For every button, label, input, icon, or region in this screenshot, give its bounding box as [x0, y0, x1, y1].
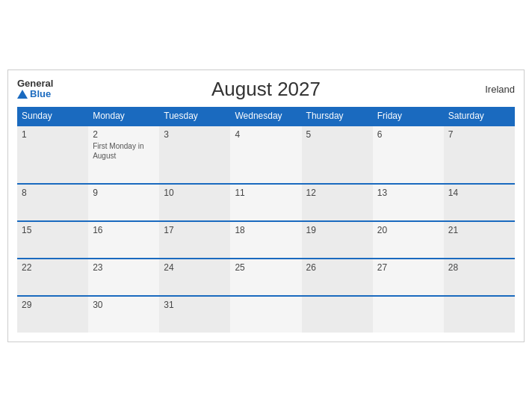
day-cell — [230, 296, 301, 333]
day-cell — [444, 296, 515, 333]
weekday-header-sunday: Sunday — [17, 107, 88, 126]
day-cell: 10 — [159, 184, 230, 221]
logo: General Blue — [17, 78, 53, 100]
day-cell: 9 — [88, 184, 159, 221]
weekday-header-thursday: Thursday — [302, 107, 373, 126]
day-number: 12 — [306, 188, 368, 198]
day-cell: 22 — [17, 259, 88, 296]
day-number: 19 — [306, 225, 368, 235]
day-cell: 16 — [88, 221, 159, 259]
calendar-title: August 2027 — [211, 78, 321, 101]
day-cell: 1 — [17, 126, 88, 184]
day-cell: 13 — [373, 184, 444, 221]
day-cell: 5 — [302, 126, 373, 184]
day-number: 9 — [93, 188, 155, 198]
day-number: 7 — [448, 129, 510, 140]
day-cell: 21 — [444, 221, 515, 259]
day-number: 14 — [448, 188, 510, 198]
day-number: 24 — [164, 262, 226, 273]
day-number: 2 — [93, 129, 155, 140]
day-cell: 17 — [159, 221, 230, 259]
day-cell: 8 — [17, 184, 88, 221]
logo-blue-row: Blue — [17, 89, 51, 99]
day-number: 28 — [448, 262, 510, 273]
day-number: 23 — [93, 262, 155, 273]
day-number: 17 — [164, 225, 226, 235]
day-number: 15 — [22, 225, 84, 235]
day-cell: 27 — [373, 259, 444, 296]
week-row-2: 891011121314 — [17, 184, 515, 221]
day-number: 30 — [93, 300, 155, 310]
week-row-4: 22232425262728 — [17, 259, 515, 296]
day-cell: 7 — [444, 126, 515, 184]
week-row-3: 15161718192021 — [17, 221, 515, 259]
weekday-header-friday: Friday — [373, 107, 444, 126]
day-number: 21 — [448, 225, 510, 235]
holiday-text: First Monday in August — [93, 141, 155, 161]
calendar-table: SundayMondayTuesdayWednesdayThursdayFrid… — [17, 107, 515, 333]
day-number: 29 — [22, 300, 84, 310]
day-cell — [373, 296, 444, 333]
day-cell: 4 — [230, 126, 301, 184]
day-cell: 18 — [230, 221, 301, 259]
day-number: 4 — [235, 129, 297, 140]
day-cell: 24 — [159, 259, 230, 296]
day-number: 13 — [377, 188, 439, 198]
week-row-5: 293031 — [17, 296, 515, 333]
day-number: 22 — [22, 262, 84, 273]
weekday-header-saturday: Saturday — [444, 107, 515, 126]
country-label: Ireland — [485, 84, 515, 95]
day-number: 27 — [377, 262, 439, 273]
day-cell: 12 — [302, 184, 373, 221]
day-cell: 29 — [17, 296, 88, 333]
logo-blue-text: Blue — [30, 89, 51, 99]
day-cell: 11 — [230, 184, 301, 221]
day-cell: 30 — [88, 296, 159, 333]
day-number: 5 — [306, 129, 368, 140]
weekday-header-row: SundayMondayTuesdayWednesdayThursdayFrid… — [17, 107, 515, 126]
day-cell: 14 — [444, 184, 515, 221]
day-number: 3 — [164, 129, 226, 140]
day-cell: 6 — [373, 126, 444, 184]
weekday-header-monday: Monday — [88, 107, 159, 126]
day-number: 26 — [306, 262, 368, 273]
day-cell: 25 — [230, 259, 301, 296]
week-row-1: 12First Monday in August34567 — [17, 126, 515, 184]
day-number: 10 — [164, 188, 226, 198]
day-number: 16 — [93, 225, 155, 235]
day-cell: 26 — [302, 259, 373, 296]
day-cell: 19 — [302, 221, 373, 259]
day-cell: 23 — [88, 259, 159, 296]
day-number: 6 — [377, 129, 439, 140]
weekday-header-wednesday: Wednesday — [230, 107, 301, 126]
day-number: 11 — [235, 188, 297, 198]
day-number: 1 — [22, 129, 84, 140]
day-number: 8 — [22, 188, 84, 198]
day-cell: 2First Monday in August — [88, 126, 159, 184]
day-cell: 31 — [159, 296, 230, 333]
day-cell — [302, 296, 373, 333]
day-cell: 28 — [444, 259, 515, 296]
logo-general-text: General — [17, 78, 53, 89]
day-number: 18 — [235, 225, 297, 235]
day-number: 20 — [377, 225, 439, 235]
calendar-header: General Blue August 2027 Ireland — [17, 78, 515, 101]
calendar-container: General Blue August 2027 Ireland SundayM… — [7, 69, 525, 342]
day-cell: 20 — [373, 221, 444, 259]
logo-triangle-icon — [17, 90, 28, 99]
day-cell: 3 — [159, 126, 230, 184]
day-number: 25 — [235, 262, 297, 273]
day-number: 31 — [164, 300, 226, 310]
day-cell: 15 — [17, 221, 88, 259]
weekday-header-tuesday: Tuesday — [159, 107, 230, 126]
